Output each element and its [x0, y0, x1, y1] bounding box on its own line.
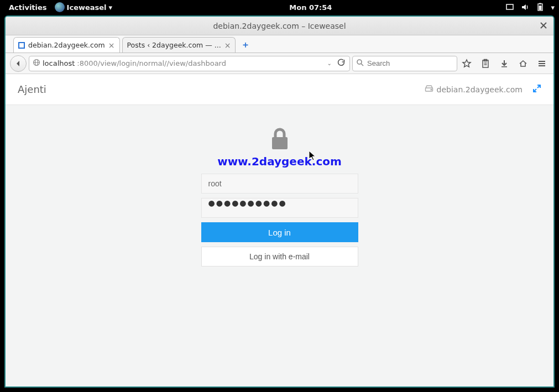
back-button[interactable] — [10, 55, 27, 72]
chevron-down-icon[interactable]: ▾ — [551, 3, 555, 12]
system-tray: ▾ — [505, 3, 555, 12]
harddrive-icon — [425, 85, 433, 94]
reload-icon[interactable] — [335, 59, 347, 68]
close-icon[interactable] — [539, 21, 548, 30]
gnome-top-bar: Activities Iceweasel ▾ Mon 07:54 ▾ — [0, 0, 559, 14]
close-icon[interactable]: × — [224, 41, 231, 49]
search-input[interactable] — [367, 59, 460, 67]
window-title: debian.2daygeek.com – Iceweasel — [213, 22, 346, 30]
downloads-icon[interactable] — [497, 56, 511, 71]
close-icon[interactable]: × — [108, 41, 115, 49]
iceweasel-icon — [55, 2, 65, 12]
watermark-text: www.2daygeek.com — [201, 155, 358, 168]
password-input[interactable]: ●●●●●●●●●● — [201, 198, 358, 218]
svg-line-10 — [361, 64, 363, 66]
nav-toolbar: localhost:8000/view/login/normal//view/d… — [6, 53, 553, 74]
username-input[interactable] — [201, 174, 358, 194]
svg-rect-15 — [501, 66, 507, 67]
url-bar[interactable]: localhost:8000/view/login/normal//view/d… — [29, 56, 350, 71]
svg-point-20 — [431, 89, 432, 90]
panel-header: Ajenti debian.2daygeek.com — [6, 74, 553, 105]
svg-rect-0 — [506, 4, 513, 9]
volume-icon[interactable] — [521, 3, 530, 12]
svg-rect-3 — [539, 6, 542, 10]
svg-rect-23 — [272, 137, 288, 149]
battery-icon[interactable] — [536, 3, 544, 12]
page-content: Ajenti debian.2daygeek.com www.2da — [6, 74, 553, 386]
tab-2[interactable]: Posts ‹ 2daygeek.com — ... × — [122, 37, 236, 53]
tab-label: Posts ‹ 2daygeek.com — ... — [127, 41, 221, 49]
home-icon[interactable] — [516, 56, 530, 71]
chevron-down-icon: ▾ — [109, 3, 113, 12]
url-path: :8000/view/login/normal//view/dashboard — [77, 59, 226, 67]
brand: Ajenti — [18, 83, 46, 95]
bookmark-star-icon[interactable] — [459, 56, 474, 71]
svg-rect-2 — [539, 3, 541, 4]
login-email-button[interactable]: Log in with e-mail — [201, 247, 358, 266]
search-bar[interactable] — [352, 56, 457, 71]
url-host: localhost — [43, 59, 75, 67]
app-name: Iceweasel — [67, 3, 107, 12]
tab-strip: debian.2daygeek.com × Posts ‹ 2daygeek.c… — [6, 35, 553, 53]
window-titlebar[interactable]: debian.2daygeek.com – Iceweasel — [6, 17, 553, 35]
browser-window: debian.2daygeek.com – Iceweasel debian.2… — [4, 15, 555, 388]
app-switcher[interactable]: Iceweasel ▾ — [51, 2, 116, 12]
hostname: debian.2daygeek.com — [437, 85, 523, 94]
chevron-down-icon[interactable]: ⌄ — [326, 60, 333, 66]
toolbar-icons — [459, 56, 549, 71]
clipboard-icon[interactable] — [478, 56, 493, 71]
login-button[interactable]: Log in — [201, 222, 358, 242]
search-icon — [356, 59, 364, 68]
svg-point-9 — [357, 60, 362, 64]
globe-icon — [33, 59, 40, 68]
screen-icon[interactable] — [505, 3, 514, 12]
tab-label: debian.2daygeek.com — [28, 41, 105, 49]
favicon-icon — [18, 42, 25, 49]
clock[interactable]: Mon 07:54 — [116, 3, 505, 12]
hostname-block: debian.2daygeek.com — [425, 85, 523, 94]
new-tab-button[interactable]: ＋ — [239, 38, 252, 51]
tab-1[interactable]: debian.2daygeek.com × — [13, 37, 120, 53]
lock-icon — [269, 127, 291, 154]
expand-icon[interactable] — [532, 84, 541, 95]
login-panel: www.2daygeek.com ●●●●●●●●●● Log in Log i… — [201, 127, 358, 266]
hamburger-menu-icon[interactable] — [535, 56, 549, 71]
activities-button[interactable]: Activities — [4, 3, 51, 12]
